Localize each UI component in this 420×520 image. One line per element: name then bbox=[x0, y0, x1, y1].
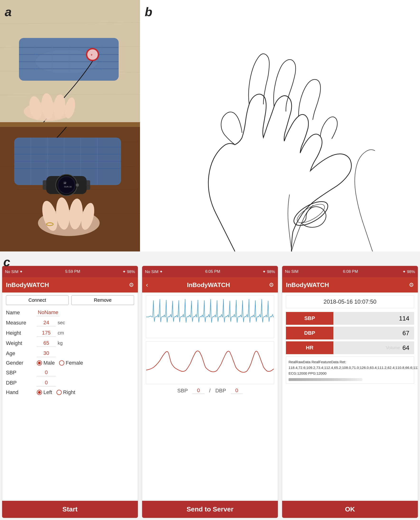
weight-value[interactable]: 65 bbox=[37, 340, 56, 347]
hand-row: Hand Left Right bbox=[6, 389, 134, 395]
svg-rect-48 bbox=[76, 184, 79, 186]
send-to-server-button[interactable]: Send to Server bbox=[142, 501, 278, 518]
svg-text:12: 12 bbox=[64, 182, 67, 184]
ecg-waveform bbox=[146, 295, 274, 338]
weight-row: Weight 65 kg bbox=[6, 340, 134, 347]
phone-1: No SIM ✦ 5:59 PM ✦ 98% InBodyWATCH ⚙ Con… bbox=[2, 266, 138, 518]
sbp-value-p1[interactable]: 0 bbox=[37, 369, 56, 376]
photo-a: a bbox=[0, 0, 140, 252]
ppg-waveform bbox=[146, 341, 274, 384]
measure-row: Measure 24 sec bbox=[6, 319, 134, 327]
dbp-metric-value: 67 bbox=[333, 327, 414, 340]
measure-unit: sec bbox=[58, 320, 65, 326]
gender-male-radio[interactable] bbox=[37, 360, 42, 365]
sbp-label-p2: SBP bbox=[177, 388, 188, 394]
datetime-display: 2018-05-16 10:07:50 bbox=[286, 295, 414, 308]
svg-text:SUN 16: SUN 16 bbox=[64, 186, 72, 188]
gender-radio-group: Male Female bbox=[37, 360, 83, 366]
weight-unit: kg bbox=[58, 341, 63, 346]
gender-row: Gender Male Female bbox=[6, 360, 134, 366]
app-section: c No SIM ✦ 5:59 PM ✦ 98% InBodyWATCH ⚙ C… bbox=[0, 252, 420, 520]
remove-button[interactable]: Remove bbox=[71, 295, 134, 305]
connect-button[interactable]: Connect bbox=[6, 295, 68, 305]
sbp-label-p1: SBP bbox=[6, 370, 37, 376]
phone-1-status-right: ✦ 98% bbox=[122, 269, 135, 274]
name-row: Name NoName bbox=[6, 309, 134, 316]
height-row: Height 175 cm bbox=[6, 329, 134, 337]
measure-value[interactable]: 24 bbox=[37, 319, 56, 327]
svg-rect-25 bbox=[0, 122, 140, 127]
hand-left-option[interactable]: Left bbox=[37, 389, 52, 395]
hand-right-option[interactable]: Right bbox=[56, 389, 75, 395]
phone-1-content: Connect Remove Name NoName Measure 24 se… bbox=[2, 292, 138, 501]
phone-1-btn-row: Connect Remove bbox=[6, 295, 134, 305]
ok-button[interactable]: OK bbox=[282, 501, 418, 518]
hand-label: Hand bbox=[6, 389, 37, 395]
phone-3-nav-bar: InBodyWATCH ⚙ bbox=[282, 277, 418, 292]
sbp-metric-value: 114 bbox=[333, 312, 414, 325]
svg-text:+: + bbox=[91, 53, 93, 57]
dbp-row: DBP 0 bbox=[6, 379, 134, 386]
phone-2-back-icon[interactable]: ‹ bbox=[146, 281, 148, 289]
height-label: Height bbox=[6, 330, 37, 336]
hand-radio-group: Left Right bbox=[37, 389, 75, 395]
weight-label: Weight bbox=[6, 340, 37, 346]
sbp-dbp-separator: / bbox=[209, 388, 210, 394]
start-button[interactable]: Start bbox=[2, 501, 138, 518]
phone-3-title: InBodyWATCH bbox=[286, 281, 329, 289]
hand-left-radio[interactable] bbox=[37, 390, 42, 395]
hr-metric-label: HR bbox=[286, 341, 333, 354]
age-row: Age 30 bbox=[6, 350, 134, 357]
phone-3-status-center: 6:08 PM bbox=[343, 269, 358, 274]
raw-data-text: RealRawData RealFeatureData Ret: 118.4,7… bbox=[289, 360, 418, 375]
phone-2-content: SBP 0 / DBP 0 bbox=[142, 292, 278, 501]
phone-1-status-bar: No SIM ✦ 5:59 PM ✦ 98% bbox=[2, 266, 138, 277]
sbp-value-p2[interactable]: 0 bbox=[192, 387, 204, 394]
phone-3-status-right: ✦ 98% bbox=[402, 269, 415, 274]
gender-male-option[interactable]: Male bbox=[37, 360, 55, 366]
dbp-metric-row: DBP 67 bbox=[286, 327, 414, 340]
label-a: a bbox=[5, 5, 12, 19]
photo-a-illustration: + bbox=[0, 0, 140, 252]
svg-point-55 bbox=[290, 197, 331, 230]
phone-2-status-center: 6:05 PM bbox=[205, 269, 220, 274]
name-value[interactable]: NoName bbox=[37, 309, 59, 316]
svg-rect-58 bbox=[146, 342, 274, 384]
dbp-value-p2[interactable]: 0 bbox=[231, 387, 243, 394]
gender-female-label: Female bbox=[66, 360, 83, 366]
age-label: Age bbox=[6, 350, 37, 357]
svg-point-45 bbox=[58, 177, 75, 193]
hand-right-radio[interactable] bbox=[56, 390, 62, 395]
sbp-metric-row: SBP 114 bbox=[286, 312, 414, 325]
phone-2-status-right: ✦ 98% bbox=[262, 269, 275, 274]
name-label: Name bbox=[6, 310, 37, 316]
age-value[interactable]: 30 bbox=[37, 350, 56, 357]
phone-2-settings-icon[interactable]: ⚙ bbox=[269, 282, 274, 288]
volume-overlay-text: Volume bbox=[386, 345, 400, 350]
height-value[interactable]: 175 bbox=[37, 329, 56, 337]
phone-1-status-center: 5:59 PM bbox=[65, 269, 80, 274]
phone-1-settings-icon[interactable]: ⚙ bbox=[129, 282, 134, 288]
phone-3: No SIM 6:08 PM ✦ 98% InBodyWATCH ⚙ 2018-… bbox=[282, 266, 418, 518]
phone-2-status-left: No SIM ✦ bbox=[145, 269, 163, 274]
hr-metric-value: Volume 64 bbox=[333, 341, 414, 354]
sbp-metric-label: SBP bbox=[286, 312, 333, 325]
dbp-value-p1[interactable]: 0 bbox=[37, 379, 56, 386]
gender-female-option[interactable]: Female bbox=[59, 360, 83, 366]
hand-illustration bbox=[140, 0, 420, 252]
photo-b: b bbox=[140, 0, 420, 252]
phone-2-status-bar: No SIM ✦ 6:05 PM ✦ 98% bbox=[142, 266, 278, 277]
label-b: b bbox=[145, 5, 152, 19]
phone-2: No SIM ✦ 6:05 PM ✦ 98% ‹ InBodyWATCH ⚙ bbox=[142, 266, 278, 518]
hand-right-label: Right bbox=[63, 389, 75, 395]
phone-2-nav-bar: ‹ InBodyWATCH ⚙ bbox=[142, 277, 278, 292]
dbp-label-p1: DBP bbox=[6, 380, 37, 386]
gender-female-radio[interactable] bbox=[59, 360, 64, 365]
phone-3-settings-icon[interactable]: ⚙ bbox=[409, 282, 414, 288]
progress-bar bbox=[289, 378, 362, 381]
phone-1-status-left: No SIM ✦ bbox=[5, 269, 23, 274]
hr-metric-row: HR Volume 64 bbox=[286, 341, 414, 354]
phone-3-status-bar: No SIM 6:08 PM ✦ 98% bbox=[282, 266, 418, 277]
sbp-row: SBP 0 bbox=[6, 369, 134, 376]
phone-1-nav-bar: InBodyWATCH ⚙ bbox=[2, 277, 138, 292]
